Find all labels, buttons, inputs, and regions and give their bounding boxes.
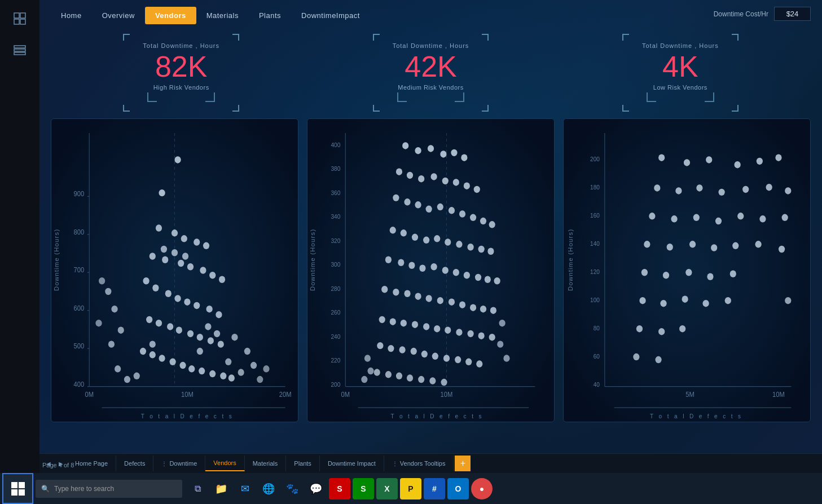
outlook-app[interactable]: O — [447, 478, 469, 499]
svg-point-125 — [404, 198, 410, 205]
svg-text:360: 360 — [331, 189, 340, 196]
svg-point-50 — [156, 320, 162, 326]
svg-point-27 — [175, 156, 181, 163]
svg-point-185 — [465, 359, 472, 365]
tab-vendors-tooltips[interactable]: ⋮ Vendors Tooltips — [384, 456, 454, 471]
nav-plants[interactable]: Plants — [249, 7, 291, 24]
svg-point-29 — [156, 224, 162, 231]
svg-point-63 — [199, 368, 205, 374]
svg-point-32 — [194, 238, 200, 245]
nav-home[interactable]: Home — [51, 7, 92, 24]
svg-point-141 — [467, 244, 473, 250]
app-orange[interactable]: ● — [471, 478, 493, 499]
top-nav: Home Overview Vendors Materials Plants D… — [39, 0, 822, 31]
svg-point-258 — [633, 353, 639, 360]
svg-point-71 — [118, 326, 124, 333]
mail-app[interactable]: ✉ — [234, 478, 256, 499]
svg-point-174 — [467, 330, 473, 337]
svg-point-47 — [206, 306, 213, 312]
svg-point-53 — [187, 330, 194, 337]
svg-rect-6 — [14, 52, 25, 55]
svg-text:180: 180 — [590, 183, 600, 191]
svg-point-145 — [398, 259, 404, 266]
svg-point-193 — [441, 379, 447, 386]
svg-point-227 — [742, 186, 749, 193]
metric1-value: 82K — [143, 52, 219, 81]
tab-vendors[interactable]: Vendors — [205, 456, 244, 471]
svg-text:40: 40 — [594, 381, 600, 388]
svg-rect-5 — [14, 49, 25, 51]
left-sidebar — [0, 0, 39, 504]
metric3-label: Total Downtime , Hours — [642, 42, 719, 49]
svg-point-45 — [184, 298, 190, 305]
svg-point-120 — [442, 178, 449, 184]
svg-point-33 — [203, 242, 209, 249]
svg-point-40 — [219, 276, 225, 282]
tab-materials[interactable]: Materials — [245, 456, 287, 471]
app-red[interactable]: S — [329, 478, 350, 499]
svg-point-167 — [390, 318, 396, 325]
excel-app[interactable]: X — [376, 478, 398, 499]
svg-text:Downtime (Hours): Downtime (Hours) — [567, 229, 573, 291]
svg-point-68 — [134, 373, 140, 379]
svg-point-238 — [667, 244, 673, 250]
svg-text:260: 260 — [331, 309, 340, 316]
svg-point-156 — [393, 289, 399, 295]
svg-point-81 — [257, 376, 263, 383]
svg-point-255 — [636, 325, 643, 332]
tab-add-btn[interactable]: + — [455, 456, 471, 471]
app-dog[interactable]: 🐾 — [282, 478, 303, 499]
svg-text:220: 220 — [331, 357, 340, 364]
taskbar: 🔍 Type here to search ⧉ 📁 ✉ 🌐 🐾 💬 S S X … — [0, 473, 822, 504]
svg-point-138 — [434, 235, 440, 242]
tab-defects[interactable]: Defects — [116, 456, 153, 471]
app-green[interactable]: S — [353, 478, 374, 499]
svg-point-139 — [445, 238, 451, 245]
cost-value-input[interactable] — [774, 7, 811, 21]
tab-downtime-impact-label: Downtime Impact — [328, 460, 376, 467]
layers-sidebar-icon[interactable] — [10, 40, 30, 60]
metric3-sublabel: Low Risk Vendors — [642, 84, 719, 98]
tab-plants-label: Plants — [294, 460, 311, 467]
chart-low-risk: 40 60 80 100 120 140 160 180 200 5M 10M … — [563, 118, 811, 422]
svg-point-220 — [735, 161, 741, 168]
whatsapp-app[interactable]: 💬 — [305, 478, 327, 499]
taskview-app[interactable]: ⧉ — [187, 478, 208, 499]
nav-downtime-impact[interactable]: DowntimeImpact — [291, 7, 370, 24]
svg-point-137 — [423, 237, 429, 244]
svg-point-247 — [707, 273, 713, 280]
tab-materials-label: Materials — [253, 460, 278, 467]
tab-defects-label: Defects — [124, 460, 145, 467]
svg-point-152 — [475, 274, 481, 281]
nav-materials[interactable]: Materials — [196, 7, 249, 24]
tab-home-page[interactable]: Home Page — [67, 456, 116, 471]
svg-point-184 — [455, 356, 461, 363]
svg-point-199 — [499, 320, 505, 326]
taskbar-search[interactable]: 🔍 Type here to search — [36, 480, 182, 498]
tab-plants[interactable]: Plants — [286, 456, 320, 471]
powerbi-app[interactable]: P — [400, 478, 421, 499]
calc-app[interactable]: # — [424, 478, 445, 499]
svg-text:500: 500 — [74, 342, 85, 351]
explorer-app[interactable]: 📁 — [210, 478, 232, 499]
nav-overview[interactable]: Overview — [92, 7, 145, 24]
grid-sidebar-icon[interactable] — [10, 8, 30, 29]
svg-point-171 — [434, 325, 440, 332]
svg-text:10M: 10M — [441, 391, 453, 399]
svg-point-110 — [402, 142, 408, 149]
svg-point-250 — [639, 297, 645, 304]
svg-point-159 — [426, 295, 432, 302]
chrome-app[interactable]: 🌐 — [258, 478, 279, 499]
svg-text:200: 200 — [590, 155, 600, 162]
search-magnifier-icon: 🔍 — [41, 485, 50, 493]
svg-point-162 — [459, 301, 465, 308]
svg-text:10M: 10M — [772, 391, 785, 399]
svg-point-166 — [379, 316, 385, 323]
nav-vendors[interactable]: Vendors — [145, 7, 196, 24]
tab-downtime[interactable]: ⋮ Downtime — [153, 456, 205, 471]
svg-point-217 — [658, 154, 665, 161]
svg-point-61 — [179, 362, 186, 369]
tab-downtime-impact[interactable]: Downtime Impact — [320, 456, 384, 471]
svg-point-222 — [775, 154, 781, 161]
start-button[interactable] — [2, 473, 33, 504]
